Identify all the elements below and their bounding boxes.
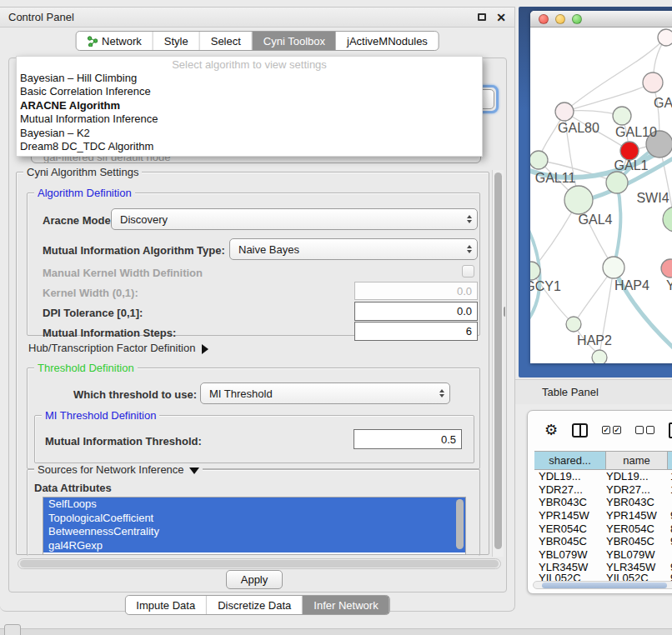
node-hap4[interactable] <box>603 257 624 278</box>
network-canvas[interactable]: GAL GAL80 GAL10 GAL1 GAL11 SWI4 GAL4 GCY… <box>530 28 672 363</box>
table-hscrollbar-track[interactable] <box>533 581 672 589</box>
column-header-shared-name[interactable]: shared... <box>534 452 606 469</box>
dpi-tolerance-field[interactable]: 0.0 <box>354 302 478 321</box>
node-gal10[interactable] <box>613 107 631 125</box>
float-window-icon[interactable] <box>478 13 486 21</box>
algorithm-option[interactable]: Basic Correlation Inference <box>17 85 482 98</box>
node-salmon-partial[interactable] <box>661 259 672 278</box>
tab-style[interactable]: Style <box>153 32 200 50</box>
node-gal1-red[interactable] <box>620 142 639 160</box>
deselect-all-icon[interactable] <box>635 426 654 434</box>
table-row[interactable]: YER054C YER054C 8. <box>534 522 672 535</box>
table-row[interactable]: YDL19... YDL19... 13 <box>534 470 672 483</box>
aracne-mode-value: Discovery <box>120 213 168 226</box>
node-label: HAP4 <box>614 278 649 292</box>
node-gal4[interactable] <box>564 186 593 214</box>
node-label: GAL1 <box>614 158 649 172</box>
split-columns-icon[interactable] <box>572 423 588 438</box>
which-threshold-label: Which threshold to use: <box>73 388 197 401</box>
node-table: shared... name YDL19... YDL19... 13 YDR2… <box>534 451 672 582</box>
table-hscrollbar-thumb[interactable] <box>542 582 667 588</box>
tab-jactivemnodules[interactable]: jActiveMNodules <box>336 32 439 50</box>
mi-steps-field[interactable]: 6 <box>354 322 478 341</box>
close-icon[interactable]: ✕ <box>496 12 506 23</box>
mi-algorithm-type-value: Naive Bayes <box>238 243 299 256</box>
node-gal-partial[interactable] <box>643 72 663 92</box>
algorithm-option[interactable]: Bayesian – Hill Climbing <box>17 72 482 85</box>
combo-stepper-icon <box>467 239 472 259</box>
tab-infer-network[interactable]: Infer Network <box>303 596 389 614</box>
table-row[interactable]: YPR145W YPR145W 9. <box>534 509 672 522</box>
tab-select[interactable]: Select <box>200 32 253 50</box>
column-header-name[interactable]: name <box>606 452 668 469</box>
mi-algorithm-type-combobox[interactable]: Naive Bayes <box>229 238 478 260</box>
algorithm-option[interactable]: Bayesian – K2 <box>17 127 482 140</box>
aracne-mode-combobox[interactable]: Discovery <box>111 208 478 230</box>
tab-discretize-data[interactable]: Discretize Data <box>207 596 303 614</box>
table-row[interactable]: YBR043C YBR043C <box>534 496 672 509</box>
settings-hscrollbar-thumb[interactable] <box>20 560 499 568</box>
algorithm-option-selected[interactable]: ARACNE Algorithm <box>17 99 482 112</box>
node-bottom-partial[interactable] <box>592 350 607 363</box>
node-gal11[interactable] <box>530 151 548 169</box>
algorithm-option[interactable]: Dream8 DC_TDC Algorithm <box>17 140 482 153</box>
tab-style-label: Style <box>164 35 188 48</box>
zoom-traffic-light-icon[interactable] <box>572 14 582 24</box>
tab-discretize-data-label: Discretize Data <box>218 599 291 612</box>
kernel-width-field[interactable]: 0.0 <box>354 282 478 300</box>
combo-stepper-icon <box>439 383 444 403</box>
cell: YDL19... <box>606 470 668 482</box>
close-traffic-light-icon[interactable] <box>539 14 549 24</box>
settings-scrollbar-thumb[interactable] <box>494 172 502 549</box>
settings-scrollbar-track[interactable] <box>492 170 504 557</box>
network-icon <box>87 36 98 47</box>
minimize-traffic-light-icon[interactable] <box>555 14 565 24</box>
table-row[interactable]: YLR345W YLR345W 9. <box>534 561 672 574</box>
column-header-partial[interactable] <box>668 452 672 469</box>
sources-title[interactable]: Sources for Network Inference <box>34 463 203 476</box>
node-gal80[interactable] <box>555 102 574 121</box>
data-attributes-list[interactable]: SelfLoops TopologicalCoefficient Between… <box>43 497 466 555</box>
document-icon[interactable] <box>669 422 672 438</box>
tab-network[interactable]: Network <box>76 32 153 50</box>
select-all-icon[interactable]: ✓✓ <box>602 426 621 434</box>
node-swi4[interactable] <box>606 172 628 193</box>
cell: YBR045C <box>606 535 668 548</box>
node-unlabeled[interactable] <box>658 29 672 46</box>
gear-icon[interactable]: ⚙ <box>544 422 558 438</box>
attribute-item-selected[interactable]: gal4RGexp <box>43 539 465 553</box>
tab-impute-data[interactable]: Impute Data <box>125 596 207 614</box>
tab-network-label: Network <box>102 35 142 48</box>
mi-threshold-field[interactable]: 0.5 <box>354 429 462 449</box>
table-panel-window: ⚙ ✓✓ shared... name YDL19... YDL19... 13… <box>527 410 672 594</box>
table-row[interactable]: YBL079W YBL079W <box>534 548 672 562</box>
list-scrollbar[interactable] <box>456 499 464 549</box>
node-hap2[interactable] <box>566 317 581 332</box>
collapsed-panel-button[interactable] <box>4 624 21 635</box>
hub-tf-definition-expander[interactable]: Hub/Transcription Factor Definition <box>28 342 208 354</box>
cell: 9. <box>668 561 672 573</box>
settings-hscrollbar-track[interactable] <box>18 558 501 569</box>
apply-button[interactable]: Apply <box>226 570 283 589</box>
manual-kernel-width-checkbox[interactable] <box>462 265 474 278</box>
cell: 8. <box>668 522 672 535</box>
attribute-item-selected[interactable]: BetweennessCentrality <box>43 525 465 539</box>
aracne-mode-label: Aracne Mode: <box>43 214 114 227</box>
expander-expanded-icon <box>189 468 199 474</box>
manual-kernel-width-label: Manual Kernel Width Definition <box>43 267 203 279</box>
tab-cyni-toolbox[interactable]: Cyni Toolbox <box>253 32 336 50</box>
panel-splitter-handle[interactable] <box>504 307 509 317</box>
bottom-tabbar: Impute Data Discretize Data Infer Networ… <box>124 595 389 615</box>
attribute-item-selected[interactable]: TopologicalCoefficient <box>43 512 465 526</box>
algorithm-definition-group: Algorithm Definition Aracne Mode: Discov… <box>27 192 480 336</box>
control-panel-tabbar: Network Style Select Cyni Toolbox jActiv… <box>75 31 439 51</box>
which-threshold-combobox[interactable]: MI Threshold <box>200 382 450 404</box>
mi-steps-label: Mutual Information Steps: <box>43 327 176 339</box>
cell: 13 <box>668 470 672 482</box>
table-row[interactable]: YDR27... YDR27... 12 <box>534 483 672 497</box>
table-row[interactable]: YBR045C YBR045C 9. <box>534 535 672 548</box>
attribute-item-selected[interactable]: SelfLoops <box>43 498 465 512</box>
node-green-partial[interactable] <box>663 207 672 232</box>
algorithm-option[interactable]: Mutual Information Inference <box>17 112 482 126</box>
cell: YPR145W <box>534 509 606 522</box>
